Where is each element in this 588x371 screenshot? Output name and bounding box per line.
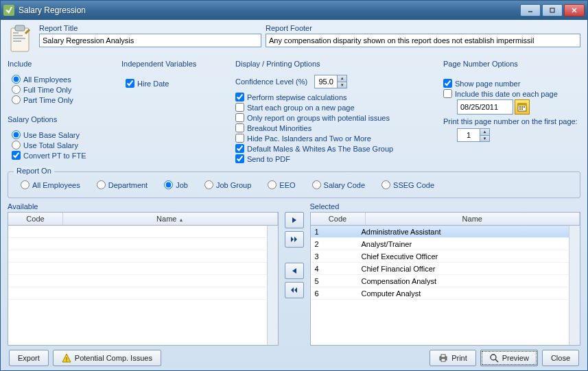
display-option-6[interactable]: Send to PDF [235, 154, 439, 163]
report-on-sseg-code[interactable]: SSEG Code [381, 180, 434, 189]
svg-rect-7 [13, 35, 23, 36]
calendar-button[interactable] [515, 99, 530, 115]
selected-header: Code Name [310, 212, 581, 226]
display-option-0[interactable]: Perform stepwise calculations [235, 93, 439, 101]
list-item[interactable]: 4Chief Financial Officer [311, 263, 580, 275]
include-fulltime-radio[interactable]: Full Time Only [12, 85, 117, 94]
print-first-page-label: Print this page number on the first page… [443, 117, 580, 125]
titlebar: Salary Regression [1, 1, 587, 20]
include-date-check[interactable]: Include this date on each page [443, 89, 580, 98]
svg-rect-14 [519, 106, 521, 108]
confidence-input[interactable] [315, 75, 337, 88]
available-header: Code Name▲ [8, 212, 279, 226]
svg-line-31 [495, 359, 498, 362]
selected-label: Selected [310, 202, 581, 211]
printer-icon [438, 353, 448, 363]
svg-marker-19 [292, 217, 296, 223]
independent-group-label: Independent Variables [121, 60, 231, 68]
svg-rect-8 [13, 38, 25, 39]
list-item[interactable]: 2Analyst/Trainer [311, 238, 580, 250]
move-left-button[interactable] [285, 263, 304, 279]
col-name[interactable]: Name▲ [63, 213, 278, 225]
convert-pt-fte-check[interactable]: Convert PT to FTE [12, 151, 117, 160]
confidence-label: Confidence Level (%) [235, 77, 307, 86]
report-footer-label: Report Footer [266, 24, 580, 32]
first-page-spinner[interactable]: ▲▼ [457, 128, 490, 142]
magnifier-icon [489, 353, 499, 363]
list-item[interactable]: 5Compensation Analyst [311, 275, 580, 287]
report-footer-input[interactable] [266, 34, 580, 47]
confidence-spinner[interactable]: ▲▼ [314, 75, 347, 88]
move-right-button[interactable] [285, 212, 304, 228]
svg-rect-1 [550, 8, 554, 12]
list-item[interactable]: 1Administrative Assistant [311, 226, 580, 238]
warning-icon: ! [62, 353, 71, 363]
scrollbar[interactable] [569, 226, 580, 345]
close-window-button[interactable] [564, 4, 585, 16]
svg-rect-17 [519, 108, 521, 110]
svg-rect-5 [15, 25, 25, 31]
hire-date-check[interactable]: Hire Date [126, 79, 231, 88]
svg-rect-16 [524, 106, 525, 108]
include-parttime-radio[interactable]: Part Time Only [12, 95, 117, 104]
svg-marker-21 [294, 237, 297, 242]
report-title-input[interactable] [39, 34, 261, 47]
svg-point-30 [491, 355, 496, 360]
spin-up-icon[interactable]: ▲ [338, 75, 346, 82]
include-all-radio[interactable]: All Employees [12, 75, 117, 84]
move-all-right-button[interactable] [285, 231, 304, 248]
minimize-button[interactable] [520, 4, 541, 16]
salary-regression-window: Salary Regression Report Title [0, 0, 588, 371]
list-item[interactable]: 6Computer Analyst [311, 287, 580, 300]
page-date-input[interactable] [457, 99, 513, 115]
report-on-eeo[interactable]: EEO [268, 180, 295, 189]
display-option-5[interactable]: Default Males & Whites As The Base Group [235, 144, 439, 153]
page-number-group-label: Page Number Options [443, 60, 580, 68]
col-name[interactable]: Name [366, 213, 580, 225]
salary-options-group-label: Salary Options [8, 115, 117, 123]
svg-marker-24 [294, 287, 297, 293]
report-on-all-employees[interactable]: All Employees [21, 180, 80, 189]
print-button[interactable]: Print [430, 350, 476, 366]
spin-down-icon[interactable]: ▼ [480, 136, 489, 142]
calendar-icon [517, 102, 527, 112]
selected-list[interactable]: 1Administrative Assistant2Analyst/Traine… [310, 226, 581, 346]
clipboard-icon [8, 24, 32, 54]
first-page-input[interactable] [458, 129, 480, 141]
spin-down-icon[interactable]: ▼ [338, 82, 346, 88]
svg-rect-18 [521, 108, 523, 110]
svg-rect-9 [13, 40, 21, 42]
report-on-job[interactable]: Job [164, 180, 188, 189]
display-option-4[interactable]: Hide Pac. Islanders and Two or More [235, 134, 439, 143]
move-all-left-button[interactable] [285, 282, 304, 298]
close-button[interactable]: Close [542, 350, 579, 366]
display-option-2[interactable]: Only report on groups with potential iss… [235, 113, 439, 122]
app-icon [3, 5, 14, 16]
report-on-job-group[interactable]: Job Group [204, 180, 251, 189]
potential-comp-issues-button[interactable]: ! Potential Comp. Issues [53, 350, 161, 366]
display-option-1[interactable]: Start each group on a new page [235, 103, 439, 112]
scrollbar[interactable] [267, 226, 278, 345]
svg-rect-6 [13, 32, 19, 34]
col-code[interactable]: Code [311, 213, 366, 225]
report-title-label: Report Title [39, 24, 261, 32]
svg-rect-12 [518, 104, 526, 106]
use-base-salary-radio[interactable]: Use Base Salary [12, 130, 117, 139]
export-button[interactable]: Export [9, 350, 49, 366]
maximize-button[interactable] [542, 4, 563, 16]
report-on-department[interactable]: Department [97, 180, 148, 189]
col-code[interactable]: Code [8, 213, 63, 225]
svg-marker-22 [292, 268, 296, 274]
display-group-label: Display / Printing Options [235, 60, 439, 68]
available-list[interactable] [8, 226, 279, 346]
show-page-number-check[interactable]: Show page number [443, 79, 580, 88]
sort-asc-icon: ▲ [178, 217, 183, 222]
report-on-salary-code[interactable]: Salary Code [312, 180, 366, 189]
window-title: Salary Regression [19, 5, 86, 15]
use-total-salary-radio[interactable]: Use Total Salary [12, 141, 117, 149]
preview-button[interactable]: Preview [480, 350, 538, 366]
svg-marker-20 [291, 237, 294, 242]
spin-up-icon[interactable]: ▲ [480, 129, 489, 136]
display-option-3[interactable]: Breakout Minorities [235, 123, 439, 132]
list-item[interactable]: 3Chief Executive Officer [311, 250, 580, 263]
